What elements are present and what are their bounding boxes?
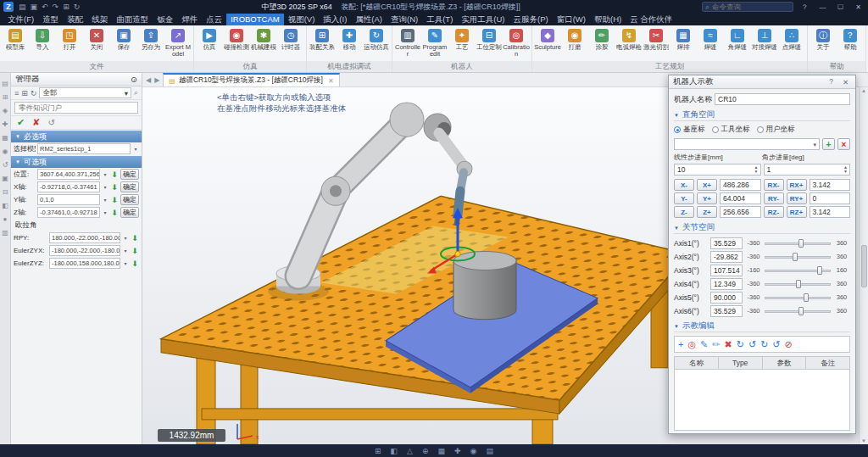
apply-icon[interactable]: ⬇ — [110, 196, 119, 204]
coord-frame-radio[interactable]: 用户坐标 — [757, 125, 795, 135]
section-teach-edit[interactable]: ▼示教编辑 — [674, 320, 850, 332]
status-icon[interactable]: ✚ — [454, 447, 461, 455]
status-icon[interactable]: ◉ — [470, 447, 477, 455]
axis-value-input[interactable]: 107.514 — [710, 265, 743, 276]
axis-value-input[interactable]: -29.862 — [710, 251, 743, 263]
jog-plus-button[interactable]: Z+ — [697, 206, 717, 218]
chevron-down-icon[interactable]: ▾ — [122, 260, 129, 266]
panel-close-icon[interactable]: ✕ — [840, 78, 851, 86]
confirm-button[interactable]: 确定 — [120, 207, 139, 218]
menu-item[interactable]: 钣金 — [153, 14, 177, 25]
ribbon-button[interactable]: ✏涂胶 — [588, 27, 615, 61]
ribbon-button[interactable]: ◳打开 — [56, 27, 83, 61]
ribbon-button[interactable]: ◎Calibration — [503, 27, 530, 61]
dock-icon[interactable]: ◈ — [3, 107, 8, 114]
jog-rot-value-input[interactable]: 3.142 — [810, 179, 851, 191]
field-value-input[interactable]: -180.000,-22.000,-180.000 — [49, 245, 120, 256]
axis-slider[interactable] — [765, 252, 831, 262]
scroll-up-icon[interactable]: ▲ — [861, 88, 866, 93]
user-frame-dropdown[interactable]: ▾ — [674, 138, 820, 150]
tab-nav-left-icon[interactable]: ◀ — [146, 76, 151, 84]
slider-thumb[interactable] — [798, 307, 804, 315]
delete-tool-icon[interactable]: ✖ — [724, 338, 732, 350]
ribbon-button[interactable]: ？帮助 — [837, 27, 864, 61]
status-icon[interactable]: ▦ — [438, 447, 446, 455]
ribbon-button[interactable]: ⇪另存为 — [137, 27, 164, 61]
ribbon-button[interactable]: ⓘ关于 — [810, 27, 837, 61]
minimize-button[interactable]: — — [816, 3, 829, 11]
dock-icon[interactable]: ✚ — [3, 120, 8, 128]
axis-slider[interactable] — [765, 293, 831, 303]
axis-slider[interactable] — [765, 238, 831, 248]
refresh-icon[interactable]: ↻ — [31, 89, 37, 98]
chevron-down-icon[interactable]: ▾ — [102, 209, 108, 215]
scrollbar-thumb[interactable] — [861, 245, 867, 287]
reset-icon[interactable]: ↺ — [47, 118, 54, 127]
axis-value-input[interactable]: 90.000 — [710, 292, 743, 304]
slider-thumb[interactable] — [798, 239, 804, 248]
dock-icon[interactable]: ▤ — [2, 80, 8, 87]
target-tool-icon[interactable]: ◎ — [687, 338, 696, 350]
field-value-input[interactable]: 3607.64,400.371,256.65564 — [37, 169, 100, 180]
grid-icon[interactable]: ⊞ — [21, 89, 28, 98]
table-header-cell[interactable]: 备注 — [806, 357, 849, 369]
section-joint[interactable]: ▼关节空间 — [674, 222, 850, 234]
help-button[interactable]: ？ — [798, 3, 811, 12]
rotate-cw2-icon[interactable]: ↻ — [760, 338, 768, 350]
menu-item[interactable]: 曲面造型 — [112, 14, 153, 25]
pin-icon[interactable]: ⊙ — [131, 75, 137, 84]
rotate-ccw2-icon[interactable]: ↺ — [772, 338, 780, 350]
ribbon-button[interactable]: ▣保存 — [110, 27, 137, 61]
spinner-icons[interactable]: ▲▼ — [843, 165, 848, 174]
teach-table-body[interactable] — [674, 370, 850, 431]
status-icon[interactable]: ⊞ — [375, 447, 381, 455]
table-header-cell[interactable]: 参数 — [763, 357, 807, 369]
viewport-scrollbar[interactable]: ▲ ▼ — [859, 87, 868, 444]
ok-icon[interactable]: ✔ — [17, 117, 25, 128]
jog-rot-minus-button[interactable]: RZ- — [764, 206, 784, 218]
status-icon[interactable]: ⊕ — [422, 447, 429, 455]
menu-item[interactable]: 线架 — [87, 14, 112, 25]
chevron-down-icon[interactable]: ▾ — [102, 197, 108, 203]
quick-access-icon[interactable]: ▣ — [31, 3, 38, 11]
jog-plus-button[interactable]: X+ — [697, 179, 717, 191]
ribbon-button[interactable]: ◷计时器 — [277, 27, 304, 61]
status-icon[interactable]: ▤ — [486, 447, 493, 455]
disable-tool-icon[interactable]: ⊘ — [785, 338, 793, 350]
field-value-input[interactable]: -0.92718,0,-0.37461 — [37, 181, 100, 192]
rotate-ccw-icon[interactable]: ↺ — [748, 338, 756, 350]
jog-rot-minus-button[interactable]: RX- — [764, 179, 784, 191]
rotate-cw-icon[interactable]: ↻ — [737, 338, 744, 350]
apply-icon[interactable]: ⬇ — [110, 209, 119, 217]
chevron-down-icon[interactable]: ▾ — [122, 248, 129, 254]
slider-thumb[interactable] — [817, 266, 822, 275]
list-icon[interactable]: ≡ — [14, 89, 19, 98]
menu-item[interactable]: 插入(I) — [319, 14, 351, 25]
apply-icon[interactable]: ⬇ — [131, 247, 139, 255]
jog-minus-button[interactable]: Y- — [674, 192, 694, 204]
menu-item[interactable]: 属性(A) — [351, 14, 387, 25]
ribbon-button[interactable]: ↗Export Model — [164, 27, 192, 61]
jog-value-input[interactable]: 64.004 — [720, 192, 761, 204]
search-icon[interactable]: ⌕ — [134, 88, 138, 98]
close-button[interactable]: ✕ — [852, 3, 865, 11]
jog-rot-value-input[interactable]: 0 — [810, 192, 851, 204]
dock-icon[interactable]: ▣ — [2, 175, 8, 182]
jog-minus-button[interactable]: X- — [674, 179, 694, 191]
axis-value-input[interactable]: 12.349 — [710, 278, 743, 290]
status-icon[interactable]: △ — [407, 447, 413, 455]
ribbon-button[interactable]: ◉打磨 — [561, 27, 588, 61]
cancel-icon[interactable]: ✘ — [32, 117, 40, 128]
dock-icon[interactable]: ◧ — [2, 202, 8, 209]
add-frame-button[interactable]: + — [822, 138, 835, 150]
slider-thumb[interactable] — [793, 253, 798, 261]
menu-item[interactable]: 云服务(P) — [509, 14, 553, 25]
ribbon-button[interactable]: ∟角焊缝 — [724, 27, 751, 61]
spinner-icons[interactable]: ▲▼ — [754, 165, 759, 174]
welding-table[interactable] — [161, 196, 688, 414]
jog-plus-button[interactable]: Y+ — [697, 192, 717, 204]
slider-thumb[interactable] — [796, 280, 801, 288]
ribbon-button[interactable]: ▤模型库 — [2, 27, 29, 61]
ribbon-button[interactable]: ◆Sculpture — [534, 27, 561, 61]
menu-item[interactable]: 查询(N) — [387, 14, 422, 25]
